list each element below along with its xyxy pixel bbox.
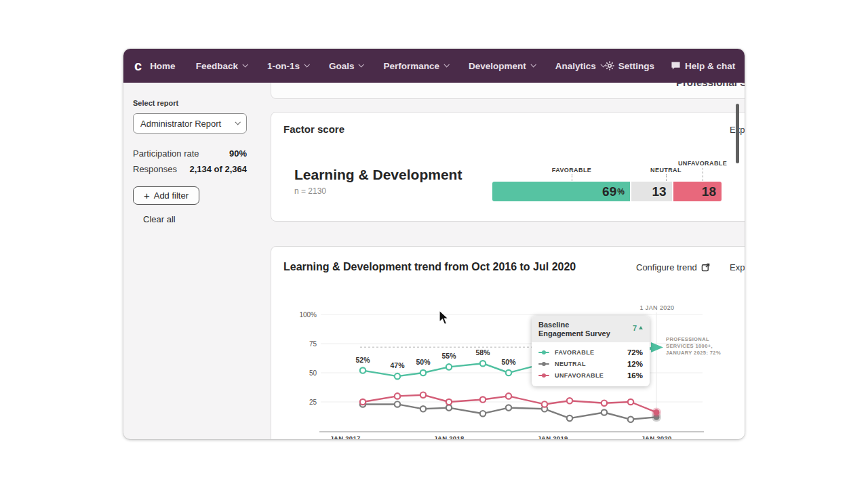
stat-value: 2,134 of 2,364	[189, 164, 247, 174]
data-point	[395, 373, 400, 379]
series-legend-icon	[538, 373, 549, 378]
trend-card-title: Learning & Development trend from Oct 20…	[283, 261, 576, 273]
y-tick-label: 50	[309, 369, 317, 377]
app-window: c HomeFeedback1-on-1sGoalsPerformanceDev…	[123, 49, 745, 439]
point-label: 58%	[475, 348, 490, 357]
chevron-down-icon	[235, 119, 240, 125]
x-tick-label: JAN 2020	[641, 434, 671, 440]
data-point	[628, 399, 633, 405]
nav-item-1-on-1s[interactable]: 1-on-1s	[267, 61, 309, 71]
delta-value: 7	[633, 324, 637, 332]
data-point	[480, 396, 486, 402]
legend-dot	[542, 362, 546, 366]
unfavorable-label: UNFAVORABLE	[678, 160, 727, 167]
chart-tooltip: Baseline Engagement Survey 7 FAVORABLE72…	[532, 316, 650, 386]
stat-value: 90%	[229, 148, 247, 159]
point-label: 50%	[416, 358, 431, 366]
stat-label: Responses	[133, 164, 177, 174]
nav-item-goals[interactable]: Goals	[329, 61, 363, 71]
report-select[interactable]: Administrator Report	[133, 113, 247, 134]
data-point	[420, 406, 426, 411]
x-tick-label: JAN 2018	[433, 434, 464, 440]
nav-item-label: Performance	[383, 61, 439, 71]
scrollbar-thumb[interactable]	[736, 104, 739, 163]
chevron-down-icon	[443, 62, 449, 67]
chevron-down-icon	[304, 62, 309, 67]
point-label: 47%	[390, 361, 405, 369]
tooltip-row-unfavorable: UNFAVORABLE16%	[538, 369, 643, 381]
factor-score-card: Factor score Export Learning & Developme…	[271, 112, 745, 222]
data-point	[601, 401, 607, 406]
configure-trend-button[interactable]: Configure trend	[636, 262, 710, 272]
arrow-up-icon	[639, 326, 643, 329]
select-report-label: Select report	[133, 99, 259, 107]
nav-help-chat[interactable]: Help & chat	[671, 61, 735, 71]
nav-item-label: Home	[150, 61, 176, 71]
nav-settings[interactable]: Settings	[605, 61, 654, 71]
point-label: 50%	[501, 358, 516, 366]
nav-item-label: Goals	[329, 61, 355, 71]
stat-row: Participation rate90%	[133, 148, 247, 159]
score-segment-unfavorable: 18	[673, 182, 722, 201]
data-point	[446, 405, 452, 410]
series-legend-icon	[538, 350, 549, 355]
data-point	[654, 409, 660, 415]
data-point	[360, 367, 366, 373]
gear-icon	[605, 61, 614, 70]
data-point	[395, 401, 400, 407]
previous-card-edge	[271, 83, 745, 99]
navbar: c HomeFeedback1-on-1sGoalsPerformanceDev…	[123, 49, 745, 83]
x-tick-label: JAN 2019	[537, 434, 568, 440]
main-content: Professional Servi Factor score Export L…	[270, 83, 745, 439]
score-segment-favorable: 69%	[492, 182, 630, 201]
brand-logo-icon[interactable]: c	[134, 58, 142, 74]
tooltip-row-neutral: NEUTRAL12%	[538, 358, 643, 369]
legend-dot	[542, 373, 546, 378]
page-heading-clipped: Professional Servi	[676, 83, 745, 88]
chat-icon	[671, 61, 681, 70]
nav-item-label: Analytics	[555, 61, 596, 71]
nav-item-home[interactable]: Home	[150, 61, 176, 71]
segment-value: 18	[702, 184, 716, 199]
neutral-label: NEUTRAL	[650, 167, 682, 174]
factor-name: Learning & Development	[294, 167, 462, 183]
legend-dot	[542, 350, 546, 354]
tooltip-row-value: 16%	[627, 371, 643, 380]
tooltip-title: Baseline Engagement Survey	[538, 321, 614, 338]
data-point	[395, 393, 400, 399]
nav-item-performance[interactable]: Performance	[383, 61, 448, 71]
plus-icon	[144, 190, 150, 201]
clear-all-link[interactable]: Clear all	[143, 214, 176, 224]
data-point	[506, 405, 511, 410]
nav-item-feedback[interactable]: Feedback	[196, 61, 247, 71]
data-point	[480, 411, 486, 416]
percent-sign: %	[617, 187, 625, 197]
tooltip-header: Baseline Engagement Survey 7	[532, 316, 650, 342]
y-tick-label: 75	[309, 340, 317, 348]
benchmark-label-line: JANUARY 2025: 72%	[666, 350, 734, 357]
data-point	[480, 361, 486, 366]
nav-item-analytics[interactable]: Analytics	[555, 61, 605, 71]
tooltip-row-label: FAVORABLE	[555, 349, 627, 356]
data-point	[360, 399, 366, 405]
tooltip-row-value: 12%	[627, 360, 643, 368]
tooltip-row-favorable: FAVORABLE72%	[538, 346, 643, 358]
y-tick-label: 100%	[299, 311, 317, 319]
segment-value: 69	[602, 184, 616, 199]
add-filter-button[interactable]: Add filter	[133, 186, 199, 205]
tooltip-row-label: UNFAVORABLE	[555, 372, 627, 379]
external-link-icon	[701, 263, 710, 272]
nav-links: HomeFeedback1-on-1sGoalsPerformanceDevel…	[150, 61, 605, 71]
sample-size: n = 2130	[294, 186, 326, 196]
nav-item-development[interactable]: Development	[469, 61, 535, 71]
trend-export-button[interactable]: Export	[730, 262, 745, 272]
trend-card: Learning & Development trend from Oct 20…	[271, 246, 745, 439]
help-chat-label: Help & chat	[685, 61, 735, 71]
tooltip-row-value: 72%	[627, 348, 643, 357]
settings-label: Settings	[618, 61, 654, 71]
chevron-down-icon	[530, 62, 536, 67]
data-point	[542, 401, 547, 407]
favorable-label: FAVORABLE	[552, 167, 591, 174]
tooltip-row-label: NEUTRAL	[555, 361, 627, 367]
score-bar: 69%1318	[492, 182, 722, 201]
